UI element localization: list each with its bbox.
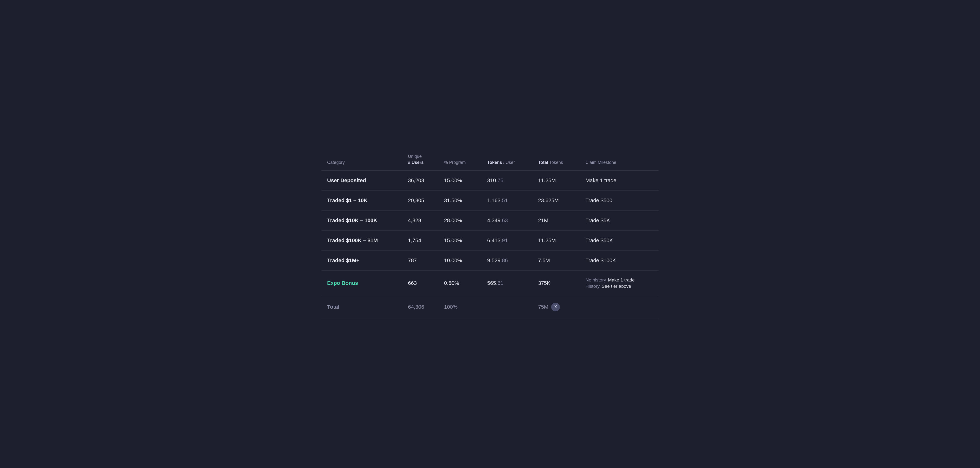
header-tokens-per-user: Tokens / User bbox=[481, 150, 532, 170]
cell-unique-users: 64,306 bbox=[402, 296, 438, 318]
cell-unique-users: 4,828 bbox=[402, 211, 438, 231]
decimal-part: .63 bbox=[500, 217, 508, 223]
rewards-table: Category Unique # Users % Program Tokens… bbox=[321, 150, 659, 318]
header-total-tokens: Total Tokens bbox=[532, 150, 580, 170]
cell-tokens-per-user: 565.61 bbox=[481, 271, 532, 296]
cell-category: Traded $10K – 100K bbox=[321, 211, 402, 231]
cell-unique-users: 20,305 bbox=[402, 191, 438, 211]
table-row: Traded $1 – 10K20,30531.50%1,163.5123.62… bbox=[321, 191, 659, 211]
header-claim-milestone: Claim Milestone bbox=[580, 150, 659, 170]
cell-claim-milestone: Trade $5K bbox=[580, 211, 659, 231]
decimal-part: .91 bbox=[500, 237, 508, 244]
cell-tokens-per-user: 1,163.51 bbox=[481, 191, 532, 211]
cell-unique-users: 787 bbox=[402, 251, 438, 271]
cell-category: Total bbox=[321, 296, 402, 318]
cell-pct-program: 28.00% bbox=[438, 211, 481, 231]
cell-pct-program: 0.50% bbox=[438, 271, 481, 296]
no-history-value: Make 1 trade bbox=[608, 277, 635, 283]
header-unique-users: Unique # Users bbox=[402, 150, 438, 170]
cell-tokens-per-user: 310.75 bbox=[481, 170, 532, 191]
decimal-part: .61 bbox=[496, 280, 503, 286]
header-category: Category bbox=[321, 150, 402, 170]
cell-total-tokens: 23.625M bbox=[532, 191, 580, 211]
table-row: Traded $10K – 100K4,82828.00%4,349.6321M… bbox=[321, 211, 659, 231]
x-badge: X bbox=[551, 303, 560, 311]
cell-unique-users: 36,203 bbox=[402, 170, 438, 191]
cell-total-tokens: 7.5M bbox=[532, 251, 580, 271]
cell-claim-milestone bbox=[580, 296, 659, 318]
milestone-line-no-history: No history Make 1 trade bbox=[585, 277, 653, 283]
cell-claim-milestone: Trade $500 bbox=[580, 191, 659, 211]
cell-claim-milestone: No history Make 1 trade History See tier… bbox=[580, 271, 659, 296]
table-row: Traded $100K – $1M1,75415.00%6,413.9111.… bbox=[321, 231, 659, 251]
cell-pct-program: 15.00% bbox=[438, 170, 481, 191]
milestone-line-history: History See tier above bbox=[585, 283, 653, 289]
header-pct-program: % Program bbox=[438, 150, 481, 170]
cell-tokens-per-user: 4,349.63 bbox=[481, 211, 532, 231]
cell-tokens-per-user: 6,413.91 bbox=[481, 231, 532, 251]
cell-total-tokens: 375K bbox=[532, 271, 580, 296]
table-header-row: Category Unique # Users % Program Tokens… bbox=[321, 150, 659, 170]
cell-pct-program: 15.00% bbox=[438, 231, 481, 251]
decimal-part: .51 bbox=[500, 197, 508, 204]
cell-total-tokens: 11.25M bbox=[532, 170, 580, 191]
table-row: User Deposited36,20315.00%310.7511.25MMa… bbox=[321, 170, 659, 191]
cell-pct-program: 100% bbox=[438, 296, 481, 318]
cell-tokens-per-user: 9,529.86 bbox=[481, 251, 532, 271]
cell-category: Expo Bonus bbox=[321, 271, 402, 296]
decimal-part: .86 bbox=[500, 257, 508, 263]
table-row: Expo Bonus6630.50%565.61375K No history … bbox=[321, 271, 659, 296]
history-label: History bbox=[585, 283, 600, 289]
cell-pct-program: 31.50% bbox=[438, 191, 481, 211]
cell-category: User Deposited bbox=[321, 170, 402, 191]
cell-unique-users: 663 bbox=[402, 271, 438, 296]
cell-category: Traded $1M+ bbox=[321, 251, 402, 271]
cell-tokens-per-user bbox=[481, 296, 532, 318]
cell-total-tokens: 11.25M bbox=[532, 231, 580, 251]
no-history-label: No history bbox=[585, 277, 606, 283]
milestone-multiline: No history Make 1 trade History See tier… bbox=[585, 277, 653, 289]
cell-claim-milestone: Trade $100K bbox=[580, 251, 659, 271]
cell-total-tokens: 75MX bbox=[532, 296, 580, 318]
decimal-part: .75 bbox=[496, 177, 503, 183]
cell-claim-milestone: Make 1 trade bbox=[580, 170, 659, 191]
cell-unique-users: 1,754 bbox=[402, 231, 438, 251]
cell-category: Traded $1 – 10K bbox=[321, 191, 402, 211]
table-row: Traded $1M+78710.00%9,529.867.5MTrade $1… bbox=[321, 251, 659, 271]
main-table-container: Category Unique # Users % Program Tokens… bbox=[321, 150, 659, 318]
cell-claim-milestone: Trade $50K bbox=[580, 231, 659, 251]
history-value: See tier above bbox=[601, 283, 631, 289]
cell-pct-program: 10.00% bbox=[438, 251, 481, 271]
cell-total-tokens: 21M bbox=[532, 211, 580, 231]
cell-category: Traded $100K – $1M bbox=[321, 231, 402, 251]
table-row: Total64,306100%75MX bbox=[321, 296, 659, 318]
